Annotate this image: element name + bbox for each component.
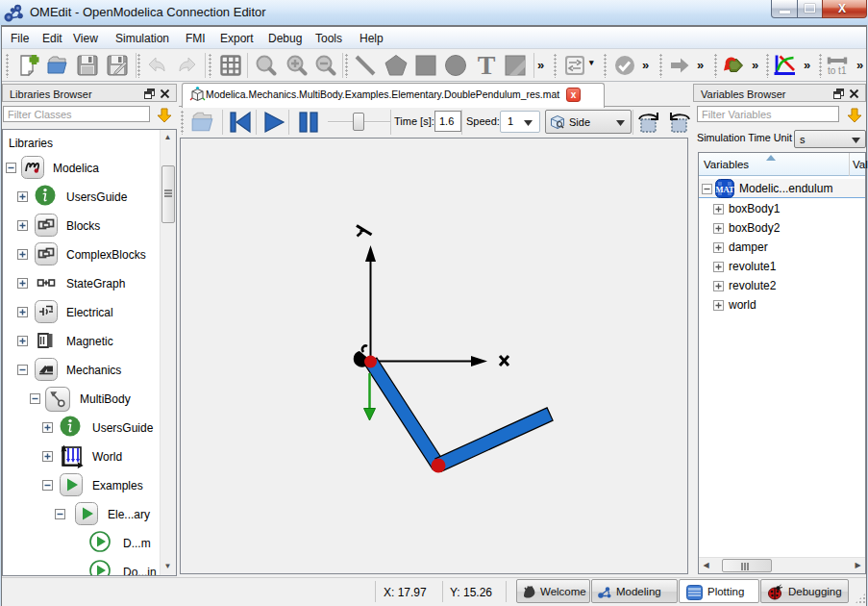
svg-text:MAT: MAT: [715, 185, 734, 194]
svg-text:to t1: to t1: [828, 65, 847, 76]
